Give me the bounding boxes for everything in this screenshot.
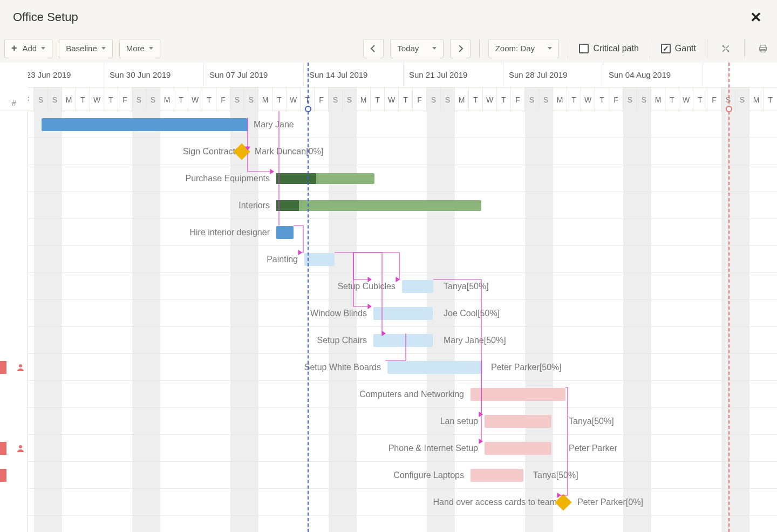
timeline-day-cell: M	[160, 87, 174, 112]
next-button[interactable]	[450, 39, 471, 58]
timeline-week-cell: Sun 23 Jun 2019	[28, 63, 104, 87]
page-title: Office Setup	[13, 10, 78, 24]
timeline-day-cell: T	[469, 87, 483, 112]
task-name-label: Purchase Equipments	[28, 165, 270, 192]
prev-button[interactable]	[363, 39, 384, 58]
overdue-indicator	[0, 442, 6, 455]
gantt-bar[interactable]	[471, 388, 565, 401]
separator	[568, 39, 568, 58]
gantt-bar[interactable]	[276, 226, 294, 239]
gantt-bar[interactable]	[276, 200, 481, 211]
gantt-bar[interactable]	[485, 415, 551, 428]
gantt-row[interactable]: Window BlindsJoe Cool[50%]	[28, 300, 777, 327]
timeline-day-cell: M	[258, 87, 272, 112]
gantt-row-gutter	[0, 246, 28, 273]
gantt-row[interactable]: Hire interior designer	[28, 219, 777, 246]
chevron-down-icon	[41, 47, 45, 50]
chevron-down-icon	[432, 47, 437, 50]
gantt-chart-pane[interactable]: 19Sun 23 Jun 2019Sun 30 Jun 2019Sun 07 J…	[28, 63, 777, 532]
gantt-bar[interactable]	[304, 253, 335, 266]
timeline-day-cell: S	[441, 87, 455, 112]
gantt-bar[interactable]	[471, 469, 523, 482]
print-icon	[759, 44, 767, 53]
timeline-day-cell: T	[104, 87, 118, 112]
timeline-day-cell: S	[623, 87, 637, 112]
task-assignee-label: Mark Duncan[0%]	[255, 138, 323, 165]
task-assignee-label: Tanya[50%]	[444, 273, 489, 300]
timeline-week-cell: Sun 30 Jun 2019	[104, 63, 204, 87]
svg-rect-4	[761, 49, 765, 52]
separator	[650, 39, 650, 58]
gantt-row[interactable]: Interiors	[28, 192, 777, 219]
timeline-day-cell: W	[90, 87, 104, 112]
timeline-day-cell: W	[679, 87, 693, 112]
gantt-row-gutter	[0, 327, 28, 354]
timeline-day-cell: T	[567, 87, 581, 112]
gantt-row[interactable]: Computers and Networking	[28, 381, 777, 408]
plus-icon: +	[11, 43, 17, 54]
gantt-row-gutter	[0, 273, 28, 300]
svg-point-0	[723, 45, 724, 46]
timeline-day-cell: M	[357, 87, 371, 112]
gantt-row[interactable]: Purchase Equipments	[28, 165, 777, 192]
timeline-day-cell: S	[244, 87, 258, 112]
add-button[interactable]: + Add	[4, 39, 52, 58]
task-name-label: Phone & Internet Setup	[28, 435, 478, 462]
gantt-row[interactable]: Painting	[28, 246, 777, 273]
separator	[744, 39, 745, 58]
more-button[interactable]: More	[119, 39, 160, 58]
gantt-row[interactable]: Sign ContractMark Duncan[0%]	[28, 138, 777, 165]
gantt-row[interactable]: Setup CubiclesTanya[50%]	[28, 273, 777, 300]
gantt-container: # 19Sun 23 Jun 2019Sun 30 Jun 2019Sun 07…	[0, 63, 777, 532]
chevron-down-icon	[101, 47, 106, 50]
gantt-bar[interactable]	[485, 442, 551, 455]
chevron-down-icon	[149, 47, 153, 50]
milestone-marker[interactable]	[233, 143, 250, 160]
timeline-day-cell: F	[216, 87, 230, 112]
timeline-day-cell: S	[637, 87, 651, 112]
gantt-row[interactable]: Phone & Internet SetupPeter Parker	[28, 435, 777, 462]
gantt-row[interactable]: Mary Jane	[28, 111, 777, 138]
gantt-row-gutter	[0, 489, 28, 516]
close-icon[interactable]: ✕	[748, 7, 764, 28]
add-label: Add	[23, 44, 37, 53]
gantt-toggle[interactable]: Gantt	[659, 39, 698, 58]
gantt-row-gutter	[0, 165, 28, 192]
separator	[707, 39, 707, 58]
person-icon	[16, 444, 25, 453]
today-button[interactable]: Today	[390, 39, 443, 58]
timeline-day-cell: T	[595, 87, 609, 112]
gantt-row[interactable]: Setup White BoardsPeter Parker[50%]	[28, 354, 777, 381]
gantt-row[interactable]: Hand over access cards to teamPeter Park…	[28, 489, 777, 516]
settings-button[interactable]	[716, 39, 735, 58]
task-assignee-label: Peter Parker[50%]	[491, 354, 562, 381]
critical-path-toggle[interactable]: Critical path	[577, 39, 640, 58]
task-name-label: Setup Chairs	[28, 327, 367, 354]
gantt-row-gutter	[0, 219, 28, 246]
gantt-bar[interactable]	[373, 334, 433, 347]
gantt-bar[interactable]	[387, 361, 482, 374]
timeline-day-cell: S	[525, 87, 539, 112]
task-assignee-label: Mary Jane	[254, 111, 294, 138]
gantt-row-gutter	[0, 138, 28, 165]
timeline-day-cell: W	[188, 87, 202, 112]
milestone-marker[interactable]	[555, 494, 571, 510]
gantt-row-gutter	[0, 381, 28, 408]
gantt-bar[interactable]	[373, 307, 433, 320]
gantt-bar[interactable]	[402, 280, 433, 293]
zoom-button[interactable]: Zoom: Day	[488, 39, 560, 58]
gantt-bar[interactable]	[42, 118, 248, 131]
arrow-right-icon	[456, 44, 465, 53]
baseline-button[interactable]: Baseline	[59, 39, 113, 58]
timeline-day-cell: T	[174, 87, 188, 112]
timeline-day-cell: F	[413, 87, 427, 112]
print-button[interactable]	[753, 39, 773, 58]
gantt-row[interactable]: Configure LaptopsTanya[50%]	[28, 462, 777, 489]
gantt-row[interactable]: Lan setupTanya[50%]	[28, 408, 777, 435]
gantt-row-gutter	[0, 300, 28, 327]
gantt-bar[interactable]	[276, 173, 374, 184]
timeline-day-cell: T	[764, 87, 777, 112]
arrow-left-icon	[369, 44, 378, 53]
gantt-row[interactable]: Setup ChairsMary Jane[50%]	[28, 327, 777, 354]
task-assignee-label: Peter Parker	[569, 435, 617, 462]
